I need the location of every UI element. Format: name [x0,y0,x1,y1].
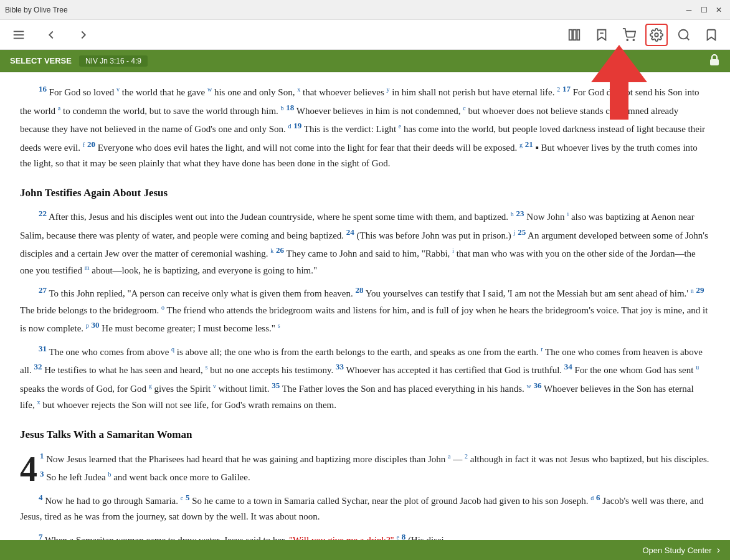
verse-num-24: 24 [346,227,354,237]
svg-point-7 [627,39,628,40]
save-bookmark-button[interactable] [700,24,723,46]
verse-num-7: 7 [39,532,43,540]
svg-point-10 [679,29,688,39]
verse-num-27: 27 [39,285,47,295]
bookmark-list-icon [595,28,609,42]
open-study-center-label: Open Study Center [642,546,711,555]
verse-num-29: 29 [696,285,704,295]
verse-num-23: 23 [516,209,524,218]
settings-button[interactable] [645,24,668,46]
footnote-h: h [511,211,514,217]
verse-num-19: 19 [293,121,301,130]
bible-content: 16 For God so loved v the world that he … [0,72,730,540]
footnote-j: j [514,229,516,236]
footnote-d2: d [590,495,594,501]
footnote-i1: i [567,211,569,217]
footnote-i2: i [452,247,454,254]
verse-num-33: 33 [336,362,344,371]
select-verse-bar: SELECT VERSE NIV Jn 3:16 - 4:9 [0,50,730,72]
books-button[interactable] [563,24,585,46]
forward-button[interactable] [72,24,95,46]
footnote-e: e [399,123,401,130]
chapter-4-paragraph: 4 1 Now Jesus learned that the Pharisees… [20,449,710,486]
bookmark-list-button[interactable] [590,24,613,46]
footnote-m: m [85,264,90,271]
maximize-button[interactable]: ☐ [698,4,710,16]
svg-rect-4 [573,29,576,40]
svg-line-11 [686,37,689,40]
footnote-f: f [83,141,85,148]
verse-num-17: 17 [562,84,571,93]
footnote-p: p [86,322,89,329]
books-icon [567,28,581,42]
footnote-u: u [696,364,699,371]
toolbar [0,20,730,50]
verse-num-16: 16 [39,84,47,93]
verse-num-25: 25 [518,227,526,237]
verse-num-32: 32 [34,362,42,371]
window-controls: ─ ☐ ✕ [683,4,725,16]
verse-num-28: 28 [356,285,364,295]
footnote-2: 2 [557,86,560,93]
settings-icon [650,28,663,42]
verse-num-30: 30 [92,320,100,330]
footnote-d: d [288,123,292,130]
verse-7-paragraph: 7 When a Samaritan woman came to draw wa… [20,530,710,540]
footnote-q: q [171,346,174,353]
footnote-b2: b [108,471,111,478]
close-button[interactable]: ✕ [713,4,725,16]
verse-num-5: 5 [186,493,190,502]
search-icon [677,28,691,42]
footnote-k: k [270,247,273,254]
cart-icon [622,28,636,42]
verses-22-26-paragraph: 22 After this, Jesus and his disciples w… [20,207,710,278]
svg-rect-5 [577,29,580,40]
verses-27-30-paragraph: 27 To this John replied, "A person can r… [20,283,710,337]
footnote-g2: g [149,382,152,389]
toolbar-right [563,24,723,46]
footnote-r: r [541,346,543,353]
footnote-c: c [463,105,465,112]
open-study-center-button[interactable]: › [717,544,720,556]
footnote-v2: v [213,382,216,389]
minimize-button[interactable]: ─ [683,4,695,16]
red-text-drink: "Will you give me a drink?" [289,535,394,540]
footnote-s-small: s [278,322,280,329]
cart-button[interactable] [618,24,640,46]
footnote-w2: w [526,382,531,389]
titlebar: Bible by Olive Tree ─ ☐ ✕ [0,0,730,20]
menu-button[interactable] [7,24,30,46]
verse-num-26: 26 [276,245,284,255]
footnote-o: o [161,304,164,311]
back-button[interactable] [40,24,62,46]
svg-rect-3 [569,29,572,40]
section-heading-samaritan: Jesus Talks With a Samaritan Woman [20,426,710,444]
footnote-x2: x [37,399,40,406]
lock-icon [709,54,720,69]
footnote-a: a [58,105,60,112]
verses-4-6-paragraph: 4 Now he had to go through Samaria. c 5 … [20,491,710,525]
svg-rect-13 [710,59,719,65]
select-verse-label: SELECT VERSE [10,56,72,65]
footnote-w: w [207,86,212,93]
verse-reference[interactable]: NIV Jn 3:16 - 4:9 [79,55,148,67]
lock-svg [709,54,720,66]
verse-num-20: 20 [87,140,95,149]
back-icon [44,28,58,42]
verse-num-6: 6 [596,493,600,502]
verse-num-8: 8 [402,532,406,540]
chapter-num-4: 4 [20,452,37,486]
forward-icon [77,28,90,42]
svg-point-8 [633,39,634,40]
verse-num-4: 4 [39,493,43,502]
bottom-bar: Open Study Center › [0,540,730,560]
save-bookmark-icon [704,28,718,42]
footnote-n: n [691,287,694,294]
section-heading-john-testifies: John Testifies Again About Jesus [20,184,710,202]
verse-num-31: 31 [39,344,47,353]
verse-16-paragraph: 16 For God so loved v the world that he … [20,82,710,172]
verse-num-22: 22 [39,209,47,218]
verse-num-34: 34 [564,362,572,371]
verses-31-36-paragraph: 31 The one who comes from above q is abo… [20,342,710,414]
search-button[interactable] [673,24,695,46]
